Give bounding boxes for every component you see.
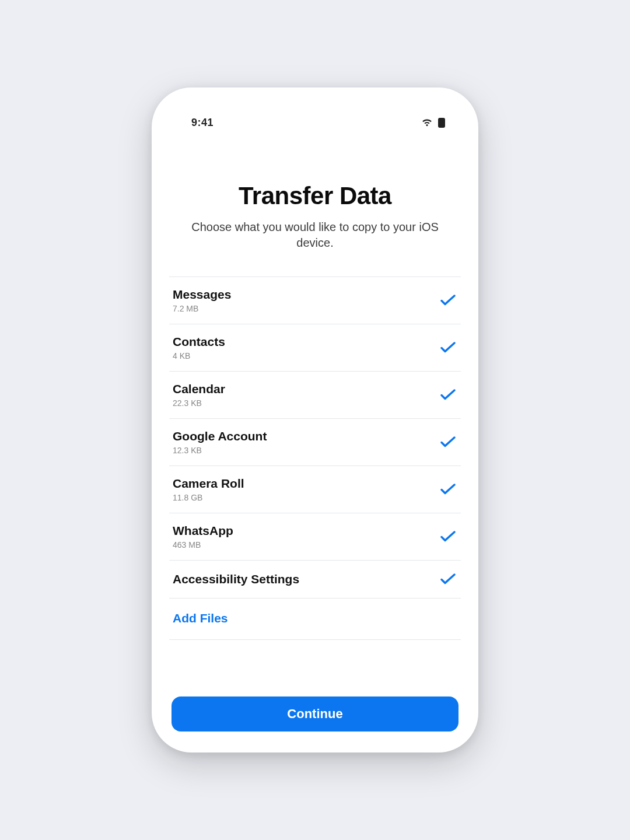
list-item-text: Calendar 22.3 KB	[173, 382, 225, 408]
phone-frame: 9:41 Transfer Data Choose what you would…	[152, 88, 478, 752]
list-item-label: Messages	[173, 288, 231, 302]
list-item-size: 7.2 MB	[173, 304, 231, 313]
list-item-size: 22.3 KB	[173, 398, 225, 408]
list-item[interactable]: WhatsApp 463 MB	[169, 513, 461, 561]
list-item-label: Calendar	[173, 382, 225, 396]
list-item[interactable]: Google Account 12.3 KB	[169, 419, 461, 466]
list-item[interactable]: Accessibility Settings	[169, 561, 461, 598]
add-files-button[interactable]: Add Files	[173, 611, 228, 625]
footer: Continue	[169, 696, 461, 732]
list-item[interactable]: Calendar 22.3 KB	[169, 372, 461, 419]
continue-button[interactable]: Continue	[172, 696, 459, 732]
list-item-size: 463 MB	[173, 540, 233, 550]
list-item-size: 11.8 GB	[173, 493, 244, 502]
list-item-size: 12.3 KB	[173, 446, 267, 455]
checkmark-icon	[440, 528, 456, 545]
checkmark-icon	[440, 292, 456, 309]
transfer-item-list: Messages 7.2 MB Contacts 4 KB Calendar 2…	[169, 276, 461, 640]
list-item-text: WhatsApp 463 MB	[173, 524, 233, 550]
page-header: Transfer Data Choose what you would like…	[169, 182, 461, 251]
list-item-label: Accessibility Settings	[173, 572, 299, 586]
list-item-label: Contacts	[173, 335, 225, 349]
wifi-icon	[421, 118, 433, 127]
list-item-text: Google Account 12.3 KB	[173, 429, 267, 455]
status-bar: 9:41	[169, 114, 461, 131]
list-item-label: Camera Roll	[173, 477, 244, 491]
page-subtitle: Choose what you would like to copy to yo…	[180, 219, 450, 251]
list-item[interactable]: Camera Roll 11.8 GB	[169, 466, 461, 513]
list-item[interactable]: Messages 7.2 MB	[169, 277, 461, 324]
list-item-text: Messages 7.2 MB	[173, 288, 231, 313]
status-icons	[421, 117, 446, 128]
list-item-text: Contacts 4 KB	[173, 335, 225, 360]
svg-rect-0	[438, 118, 445, 128]
list-item-size: 4 KB	[173, 351, 225, 360]
page-title: Transfer Data	[180, 182, 450, 210]
checkmark-icon	[440, 434, 456, 450]
list-item[interactable]: Contacts 4 KB	[169, 324, 461, 372]
checkmark-icon	[440, 481, 456, 498]
list-item-text: Accessibility Settings	[173, 572, 299, 586]
list-item-label: Google Account	[173, 429, 267, 443]
add-files-row: Add Files	[169, 598, 461, 640]
battery-icon	[438, 117, 446, 128]
checkmark-icon	[440, 387, 456, 403]
list-item-label: WhatsApp	[173, 524, 233, 538]
checkmark-icon	[440, 571, 456, 587]
list-item-text: Camera Roll 11.8 GB	[173, 477, 244, 502]
checkmark-icon	[440, 340, 456, 356]
status-time: 9:41	[191, 117, 214, 129]
